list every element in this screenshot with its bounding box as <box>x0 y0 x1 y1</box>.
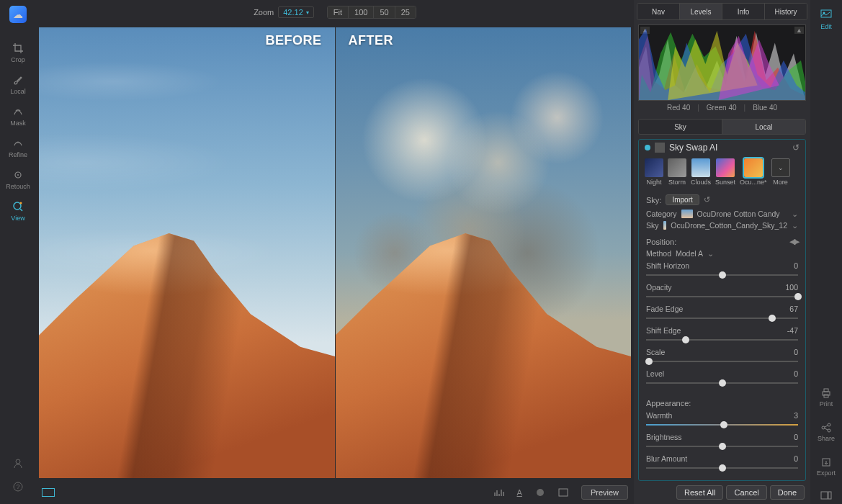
svg-point-14 <box>822 426 825 429</box>
tab-levels[interactable]: Levels <box>680 4 722 19</box>
position-slider-fade-edge[interactable]: Fade Edge67 <box>646 302 798 324</box>
tab-local-adj[interactable]: Local <box>722 120 805 134</box>
svg-point-7 <box>537 489 544 496</box>
crop-icon <box>12 42 24 55</box>
nudge-arrows-icon[interactable]: ◀▶ <box>789 237 798 246</box>
done-button[interactable]: Done <box>770 485 805 500</box>
export-button[interactable]: Export <box>817 456 836 477</box>
export-icon <box>820 456 832 468</box>
panel-toggle-button[interactable] <box>820 491 832 500</box>
tool-label: Crop <box>11 56 25 63</box>
tool-retouch[interactable]: Retouch <box>0 164 36 194</box>
tool-label: Mask <box>10 120 26 127</box>
sky-reset-icon[interactable]: ↺ <box>704 195 710 204</box>
soft-proof-icon[interactable] <box>535 487 545 498</box>
svg-rect-18 <box>821 492 828 499</box>
zoom-100-button[interactable]: 100 <box>349 6 374 18</box>
edit-icon[interactable] <box>820 7 833 20</box>
svg-rect-8 <box>559 489 568 496</box>
panel-reset-icon[interactable]: ↺ <box>792 143 800 153</box>
svg-point-2 <box>14 202 21 210</box>
help-icon[interactable]: ? <box>12 481 24 492</box>
tool-crop[interactable]: Crop <box>0 37 36 68</box>
chevron-down-icon: ⌄ <box>707 249 714 258</box>
position-slider-level[interactable]: Level0 <box>646 367 798 389</box>
appearance-slider-warmth[interactable]: Warmth3 <box>646 409 798 431</box>
category-selector[interactable]: Category OcuDrone Cotton Candy ⌄ <box>646 208 798 220</box>
position-slider-shift-horizon[interactable]: Shift Horizon0 <box>646 259 798 281</box>
mask-icon <box>12 105 24 118</box>
preset-ocudrone[interactable]: Ocu...ne* <box>740 158 767 186</box>
zoom-fit-button[interactable]: Fit <box>328 6 349 18</box>
panel-body[interactable]: Sky: Import ↺ Category OcuDrone Cotton C… <box>639 190 805 480</box>
histogram-canvas[interactable]: ▲ ▲ <box>638 24 806 101</box>
app-root: ☁ Crop Local Mask Refine Retouch View ? <box>0 0 842 504</box>
view-mode-single-icon[interactable] <box>42 488 55 497</box>
tool-refine[interactable]: Refine <box>0 132 36 163</box>
position-slider-opacity[interactable]: Opacity100 <box>646 281 798 302</box>
sky-thumb-icon <box>663 221 667 230</box>
box-icon[interactable] <box>558 488 568 497</box>
category-thumb-icon <box>681 210 693 218</box>
import-button[interactable]: Import <box>666 194 699 205</box>
chevron-down-icon: ▾ <box>306 9 309 16</box>
position-slider-shift-edge[interactable]: Shift Edge-47 <box>646 324 798 346</box>
print-button[interactable]: Print <box>820 387 833 408</box>
before-pane: BEFORE <box>39 27 335 478</box>
appearance-slider-brightness[interactable]: Brightness0 <box>646 431 798 452</box>
tool-mask[interactable]: Mask <box>0 101 36 131</box>
canvas[interactable]: BEFORE AFTER <box>36 24 634 481</box>
panel-enabled-dot[interactable] <box>645 145 650 150</box>
brush-icon <box>12 73 24 86</box>
zoom-label: Zoom <box>254 8 274 17</box>
before-label: BEFORE <box>265 33 321 48</box>
appearance-slider-blur-amount[interactable]: Blur Amount0 <box>646 452 798 474</box>
zoom-50-button[interactable]: 50 <box>374 6 395 18</box>
tab-nav[interactable]: Nav <box>637 4 680 19</box>
center-column: Zoom 42.12▾ Fit 100 50 25 BEFORE <box>36 0 634 504</box>
histogram-green-value: Green 40 <box>707 104 737 112</box>
sky-selector[interactable]: Sky OcuDrone_Cotton_Candy_Sky_12 ⌄ <box>646 220 798 231</box>
preset-sunset[interactable]: Sunset <box>715 158 735 186</box>
position-slider-scale[interactable]: Scale0 <box>646 346 798 367</box>
after-pane: AFTER <box>336 27 632 478</box>
preset-night[interactable]: Night <box>645 158 663 186</box>
panel-icon <box>655 143 665 153</box>
bottom-toolbar: A Preview <box>36 481 634 504</box>
histogram-red-value: Red 40 <box>667 104 690 112</box>
histogram-blue-value: Blue 40 <box>753 104 777 112</box>
tab-sky[interactable]: Sky <box>639 120 722 134</box>
chevron-down-icon: ⌄ <box>771 158 790 177</box>
reset-all-button[interactable]: Reset All <box>676 485 723 500</box>
svg-text:?: ? <box>16 483 19 490</box>
share-icon <box>820 422 832 433</box>
right-action-bar: Edit Print Share Export <box>810 0 842 504</box>
preview-button[interactable]: Preview <box>581 485 628 500</box>
panel-header: Sky Swap AI ↺ <box>639 140 805 156</box>
tool-label: Local <box>10 88 26 95</box>
tab-history[interactable]: History <box>765 4 807 19</box>
tool-local[interactable]: Local <box>0 69 36 99</box>
tool-label: Refine <box>9 151 27 158</box>
histogram-toggle-icon[interactable] <box>494 488 504 497</box>
tab-info[interactable]: Info <box>722 4 765 19</box>
preset-more[interactable]: ⌄More <box>771 158 790 186</box>
svg-rect-19 <box>828 492 831 499</box>
share-button[interactable]: Share <box>818 422 835 442</box>
text-tool-icon[interactable]: A <box>517 488 522 497</box>
tool-view[interactable]: View <box>0 196 36 226</box>
svg-point-1 <box>17 174 19 176</box>
svg-point-4 <box>16 459 20 464</box>
histogram: ▲ ▲ Red 40 | Green 40 | Blue 40 <box>638 24 806 116</box>
svg-point-3 <box>20 202 22 204</box>
user-icon[interactable] <box>12 458 24 469</box>
zoom-25-button[interactable]: 25 <box>395 6 416 18</box>
preset-storm[interactable]: Storm <box>668 158 686 186</box>
zoom-value-dropdown[interactable]: 42.12▾ <box>278 6 314 18</box>
cancel-button[interactable]: Cancel <box>726 485 766 500</box>
method-selector[interactable]: Method Model A ⌄ <box>646 248 798 259</box>
preset-clouds[interactable]: Clouds <box>691 158 711 186</box>
panel-title: Sky Swap AI <box>669 143 717 153</box>
footer-buttons: Reset All Cancel Done <box>634 481 810 504</box>
zoom-presets: Fit 100 50 25 <box>327 6 416 19</box>
